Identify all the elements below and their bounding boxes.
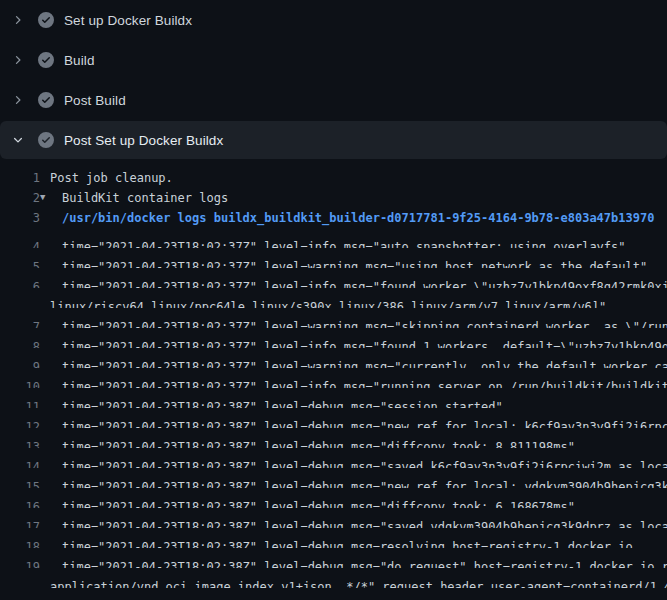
log-line-text: linux/riscv64 linux/ppc64le linux/s390x …: [50, 300, 606, 308]
step-label: Post Build: [64, 93, 126, 108]
log-line: 19time="2021-04-23T18:02:38Z" level=debu…: [0, 548, 667, 568]
check-circle-icon: [38, 132, 54, 148]
log-line-number[interactable]: 12: [0, 417, 40, 428]
log-line-text: time="2021-04-23T18:02:38Z" level=debug …: [62, 460, 667, 468]
log-line-text: time="2021-04-23T18:02:38Z" level=debug …: [62, 520, 667, 528]
log-line-number[interactable]: 1: [0, 168, 40, 188]
log-line-text: time="2021-04-23T18:02:38Z" level=debug …: [62, 440, 575, 448]
log-line-number[interactable]: 7: [0, 317, 40, 328]
log-line: 5time="2021-04-23T18:02:37Z" level=warni…: [0, 248, 667, 268]
check-circle-icon: [38, 12, 54, 28]
group-caret-icon[interactable]: ▼: [40, 188, 52, 207]
log-line: 14time="2021-04-23T18:02:38Z" level=debu…: [0, 448, 667, 468]
log-line: 7time="2021-04-23T18:02:37Z" level=warni…: [0, 308, 667, 328]
step-label: Set up Docker Buildx: [64, 13, 192, 28]
log-line: 18time="2021-04-23T18:02:38Z" level=debu…: [0, 528, 667, 548]
log-line-number[interactable]: 3: [0, 208, 40, 228]
log-line-text: time="2021-04-23T18:02:38Z" level=debug …: [62, 480, 667, 488]
log-line-text: time="2021-04-23T18:02:37Z" level=info m…: [62, 240, 626, 248]
log-line-text: time="2021-04-23T18:02:37Z" level=warnin…: [62, 260, 647, 268]
log-line-number[interactable]: 11: [0, 397, 40, 408]
log-line-number[interactable]: 17: [0, 517, 40, 528]
chevron-right-icon: [12, 54, 24, 66]
log-line-number[interactable]: 9: [0, 357, 40, 368]
log-line: 17time="2021-04-23T18:02:38Z" level=debu…: [0, 508, 667, 528]
log-line-number[interactable]: 8: [0, 337, 40, 348]
chevron-right-icon: [12, 14, 24, 26]
log-line-text: BuildKit container logs: [62, 191, 228, 205]
check-circle-icon: [38, 92, 54, 108]
log-line-number[interactable]: 16: [0, 497, 40, 508]
log-line: 16time="2021-04-23T18:02:38Z" level=debu…: [0, 488, 667, 508]
chevron-down-icon: [12, 134, 24, 146]
log-line: 9time="2021-04-23T18:02:37Z" level=warni…: [0, 348, 667, 368]
step-label: Post Set up Docker Buildx: [64, 133, 223, 148]
log-line-number[interactable]: 10: [0, 377, 40, 388]
log-line-text: time="2021-04-23T18:02:37Z" level=info m…: [62, 380, 667, 388]
log-line-text: time="2021-04-23T18:02:38Z" level=debug …: [62, 420, 667, 428]
log-line: 15time="2021-04-23T18:02:38Z" level=debu…: [0, 468, 667, 488]
log-line-text: time="2021-04-23T18:02:37Z" level=warnin…: [62, 360, 667, 368]
log-line: 2▼BuildKit container logs: [0, 188, 667, 208]
log-line: 3/usr/bin/docker logs buildx_buildkit_bu…: [0, 208, 667, 228]
log-line: 4time="2021-04-23T18:02:37Z" level=info …: [0, 228, 667, 248]
log-line-number[interactable]: 19: [0, 557, 40, 568]
log-line-number[interactable]: 13: [0, 437, 40, 448]
log-line: 6time="2021-04-23T18:02:37Z" level=info …: [0, 268, 667, 288]
log-line-text: time="2021-04-23T18:02:38Z" level=debug …: [62, 540, 633, 548]
log-line: 12time="2021-04-23T18:02:38Z" level=debu…: [0, 408, 667, 428]
log-line: 10time="2021-04-23T18:02:37Z" level=info…: [0, 368, 667, 388]
log-line: 8time="2021-04-23T18:02:37Z" level=info …: [0, 328, 667, 348]
log-line-number[interactable]: 18: [0, 537, 40, 548]
log-line-text: Post job cleanup.: [50, 171, 173, 185]
log-line-text: application/vnd.oci.image.index.v1+json,…: [50, 580, 667, 588]
check-circle-icon: [38, 52, 54, 68]
log-line: 11time="2021-04-23T18:02:38Z" level=debu…: [0, 388, 667, 408]
log-area: 1Post job cleanup. 2▼BuildKit container …: [0, 159, 667, 600]
log-line-number[interactable]: 14: [0, 457, 40, 468]
log-line-text: time="2021-04-23T18:02:38Z" level=debug …: [62, 560, 667, 568]
log-line-number[interactable]: 15: [0, 477, 40, 488]
step-label: Build: [64, 53, 95, 68]
log-line-number[interactable]: 2: [0, 188, 40, 208]
actions-log-panel: Set up Docker Buildx Build Post Build: [0, 0, 667, 600]
log-line: 20time="2021-04-23T18:02:38Z" level=debu…: [0, 588, 667, 600]
log-line-text: time="2021-04-23T18:02:37Z" level=warnin…: [62, 320, 667, 328]
log-line-text: time="2021-04-23T18:02:37Z" level=info m…: [62, 340, 667, 348]
step-header-1[interactable]: Set up Docker Buildx: [0, 0, 667, 40]
log-line: linux/riscv64 linux/ppc64le linux/s390x …: [0, 288, 667, 308]
log-line-text: time="2021-04-23T18:02:38Z" level=debug …: [62, 500, 575, 508]
log-line-number[interactable]: 4: [0, 237, 40, 248]
chevron-right-icon: [12, 94, 24, 106]
steps-list: Set up Docker Buildx Build Post Build: [0, 0, 667, 159]
log-line-text: time="2021-04-23T18:02:37Z" level=info m…: [62, 280, 667, 288]
step-header-3[interactable]: Post Build: [0, 80, 667, 120]
log-line-text: /usr/bin/docker logs buildx_buildkit_bui…: [62, 211, 654, 225]
step-header-4[interactable]: Post Set up Docker Buildx: [0, 121, 667, 159]
log-line-number[interactable]: 5: [0, 257, 40, 268]
log-line-number[interactable]: 6: [0, 277, 40, 288]
log-line: application/vnd.oci.image.index.v1+json,…: [0, 568, 667, 588]
step-header-2[interactable]: Build: [0, 40, 667, 80]
log-line: 13time="2021-04-23T18:02:38Z" level=debu…: [0, 428, 667, 448]
log-line-text: time="2021-04-23T18:02:38Z" level=debug …: [62, 400, 503, 408]
log-line: 1Post job cleanup.: [0, 168, 667, 188]
